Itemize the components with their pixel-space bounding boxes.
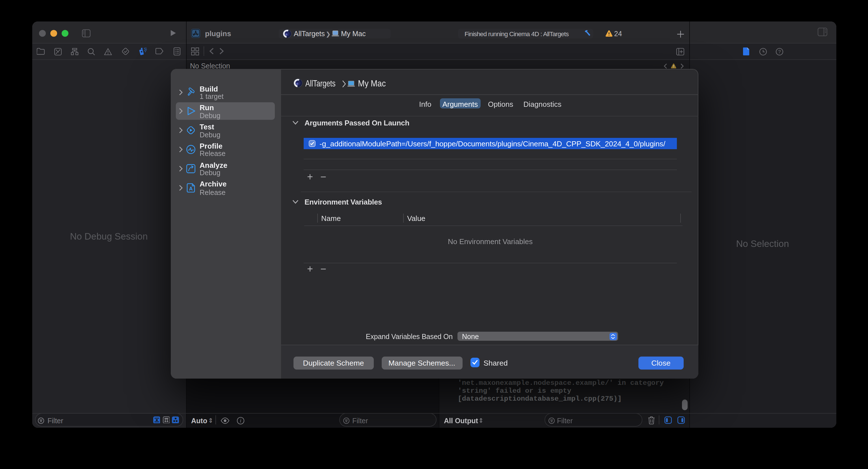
svg-text:A: A [189,186,193,191]
svg-text:?: ? [778,49,781,54]
svg-text:i: i [240,418,241,424]
